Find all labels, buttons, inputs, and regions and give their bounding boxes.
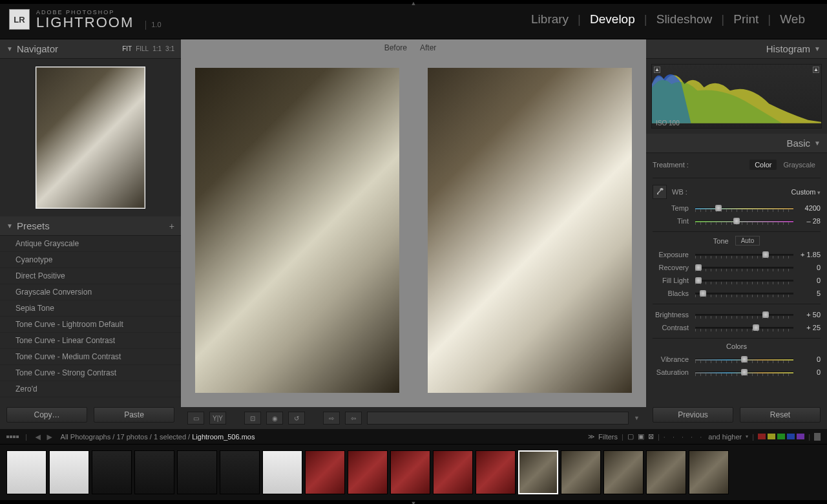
filmstrip-thumb[interactable]: [646, 450, 686, 494]
navigator-title: Navigator: [17, 43, 58, 54]
after-image[interactable]: [428, 68, 632, 393]
preset-item[interactable]: Antique Grayscale: [0, 236, 181, 252]
navigator-preview[interactable]: [36, 67, 145, 209]
blacks-slider[interactable]: [695, 289, 793, 297]
filter-rejected-icon[interactable]: ⊠: [648, 432, 654, 441]
expand-top-icon[interactable]: ▲: [411, 0, 417, 6]
redeye-tool-icon[interactable]: ◉: [266, 412, 283, 425]
filmstrip-thumb[interactable]: [603, 450, 644, 494]
contrast-slider[interactable]: [695, 324, 793, 331]
filmstrip-thumb[interactable]: [177, 450, 217, 494]
saturation-slider[interactable]: [695, 368, 793, 376]
tint-slider[interactable]: [695, 217, 793, 225]
treatment-options: ColorGrayscale: [749, 160, 821, 170]
color-filter-chip[interactable]: [758, 434, 766, 439]
treatment-color[interactable]: Color: [749, 160, 777, 170]
presets-header[interactable]: ▼ Presets +: [0, 216, 181, 236]
exposure-slider[interactable]: [695, 251, 793, 258]
filmstrip-thumb[interactable]: [476, 450, 516, 494]
filmstrip-thumb[interactable]: [49, 450, 89, 494]
treatment-grayscale[interactable]: Grayscale: [778, 160, 821, 170]
basic-header[interactable]: Basic ▼: [646, 134, 827, 153]
filter-lock-icon[interactable]: [814, 433, 821, 441]
preset-item[interactable]: Tone Curve - Linear Contrast: [0, 333, 181, 349]
module-web[interactable]: Web: [771, 12, 814, 26]
app-logo: LR ADOBE PHOTOSHOP LIGHTROOM 1.0: [9, 9, 162, 30]
histogram-header[interactable]: Histogram ▼: [646, 39, 827, 59]
preset-item[interactable]: Tone Curve - Strong Contrast: [0, 365, 181, 381]
logo-title: LIGHTROOM: [36, 16, 134, 30]
preset-item[interactable]: Zero'd: [0, 381, 181, 397]
filmstrip-thumb[interactable]: [134, 450, 174, 494]
filmstrip: | ◄ ► All Photographs / 17 photos / 1 se…: [0, 429, 827, 500]
wb-eyedropper-icon[interactable]: [653, 185, 667, 199]
filmstrip-thumb[interactable]: [6, 450, 47, 494]
expand-bottom-icon[interactable]: ▼: [411, 500, 417, 504]
filmstrip-thumb[interactable]: [689, 450, 729, 494]
filter-unflagged-icon[interactable]: ▣: [638, 432, 644, 441]
filter-flagged-icon[interactable]: ▢: [627, 432, 634, 441]
rating-mode[interactable]: and higher: [708, 433, 742, 441]
copy-button[interactable]: Copy…: [6, 407, 87, 423]
filmstrip-thumb[interactable]: [348, 450, 388, 494]
fill-label: Fill Light: [653, 277, 693, 284]
preset-list: Antique GrayscaleCyanotypeDirect Positiv…: [0, 236, 181, 401]
previous-button[interactable]: Previous: [653, 407, 733, 423]
histogram-display[interactable]: ▲ ▲ ISO 100: [651, 64, 822, 129]
filmstrip-thumb[interactable]: [390, 450, 430, 494]
preset-item[interactable]: Sepia Tone: [0, 300, 181, 317]
recovery-slider[interactable]: [695, 264, 793, 271]
filmstrip-thumb[interactable]: [220, 450, 260, 494]
copy-after-icon[interactable]: ⇦: [345, 412, 362, 425]
wb-dropdown[interactable]: Custom: [791, 188, 821, 196]
filmstrip-thumb[interactable]: [305, 450, 345, 494]
filmstrip-thumb[interactable]: [92, 450, 132, 494]
view-compare-icon[interactable]: Y|Y: [209, 412, 226, 425]
copy-before-icon[interactable]: ⇨: [323, 412, 340, 425]
paste-button[interactable]: Paste: [94, 407, 174, 423]
fill-slider[interactable]: [695, 277, 793, 284]
filmstrip-thumb[interactable]: [561, 450, 601, 494]
toolbar-dropdown[interactable]: [367, 412, 629, 425]
treatment-label: Treatment :: [653, 161, 689, 169]
color-filter-chip[interactable]: [777, 434, 785, 439]
filmstrip-thumb[interactable]: [518, 450, 558, 494]
module-print[interactable]: Print: [724, 12, 768, 26]
zoom-3:1[interactable]: 3:1: [165, 45, 174, 52]
nav-back-icon[interactable]: ◄: [34, 432, 43, 442]
module-library[interactable]: Library: [522, 12, 578, 26]
temp-slider[interactable]: [695, 204, 793, 212]
preset-item[interactable]: Tone Curve - Lightroom Default: [0, 317, 181, 333]
zoom-1:1[interactable]: 1:1: [152, 45, 162, 52]
grid-view-icon[interactable]: [6, 436, 19, 438]
color-filter-chip[interactable]: [787, 434, 795, 439]
module-develop[interactable]: Develop: [581, 12, 644, 26]
rating-filter[interactable]: · · · · ·: [664, 433, 705, 441]
preset-item[interactable]: Tone Curve - Medium Contrast: [0, 349, 181, 365]
blacks-value: 5: [796, 289, 821, 297]
color-filter-chip[interactable]: [797, 434, 804, 439]
vibrance-slider[interactable]: [695, 355, 793, 363]
add-preset-icon[interactable]: +: [169, 221, 174, 231]
nav-forward-icon[interactable]: ►: [45, 432, 54, 442]
zoom-fit[interactable]: FIT: [122, 45, 132, 52]
color-filter-chip[interactable]: [768, 434, 775, 439]
reset-button[interactable]: Reset: [740, 407, 821, 423]
preset-item[interactable]: Direct Positive: [0, 268, 181, 284]
spot-tool-icon[interactable]: ↺: [288, 412, 305, 425]
view-single-icon[interactable]: ▭: [187, 412, 204, 425]
preset-item[interactable]: Cyanotype: [0, 252, 181, 268]
auto-tone-button[interactable]: Auto: [735, 236, 760, 246]
filmstrip-thumb[interactable]: [433, 450, 473, 494]
before-image[interactable]: [195, 68, 399, 393]
module-slideshow[interactable]: Slideshow: [647, 12, 722, 26]
navigator-header[interactable]: ▼ Navigator FITFILL1:13:1: [0, 39, 181, 59]
crop-tool-icon[interactable]: ⊡: [244, 412, 261, 425]
brightness-value: + 50: [796, 311, 821, 319]
saturation-value: 0: [796, 368, 821, 376]
breadcrumb[interactable]: All Photographs / 17 photos / 1 selected…: [61, 433, 255, 441]
preset-item[interactable]: Grayscale Conversion: [0, 284, 181, 300]
brightness-slider[interactable]: [695, 311, 793, 319]
zoom-fill[interactable]: FILL: [136, 45, 149, 52]
filmstrip-thumb[interactable]: [262, 450, 302, 494]
